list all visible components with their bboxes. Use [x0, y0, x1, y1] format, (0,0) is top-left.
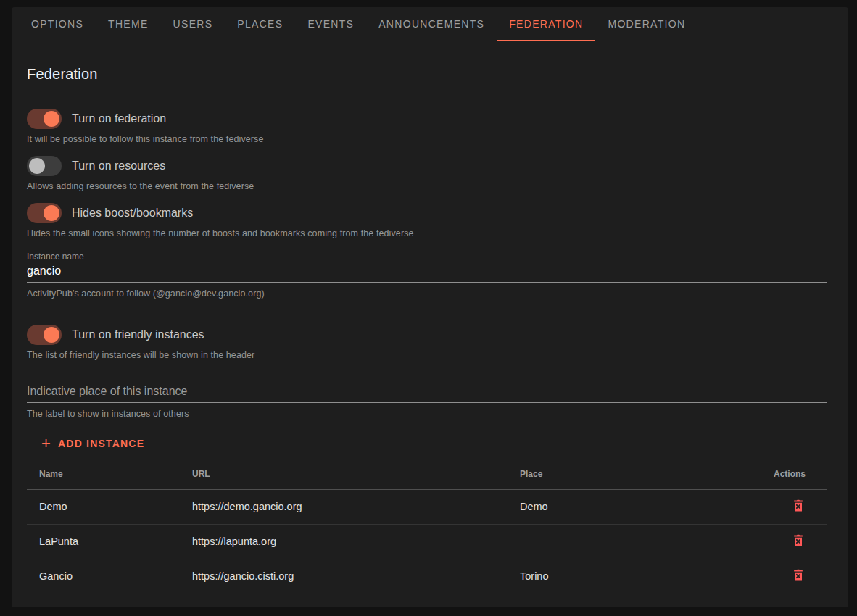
instance-place-field-group: The label to show in instances of others: [27, 383, 827, 419]
cell-name: Demo: [27, 489, 192, 524]
column-header-url: URL: [192, 459, 520, 489]
toggle-thumb: [29, 158, 45, 174]
federation-settings-panel: Federation Turn on federation It will be…: [12, 66, 848, 594]
setting-label: Turn on resources: [72, 159, 165, 172]
cell-name: Gancio: [27, 559, 192, 594]
tab-users[interactable]: USERS: [161, 7, 225, 41]
tab-federation[interactable]: FEDERATION: [497, 7, 595, 41]
add-instance-button[interactable]: + ADD INSTANCE: [41, 438, 144, 449]
instance-name-hint: ActivityPub's account to follow (@gancio…: [27, 288, 827, 299]
setting-hint: Allows adding resources to the event fro…: [27, 181, 827, 191]
cell-place: [520, 524, 759, 559]
toggle-thumb: [44, 327, 59, 343]
tab-label: FEDERATION: [509, 18, 583, 30]
friendly-instances-table: Name URL Place Actions Demo https://demo…: [27, 459, 827, 594]
tab-places[interactable]: PLACES: [225, 7, 295, 41]
hide-boosts-toggle[interactable]: [27, 203, 62, 223]
column-header-actions: Actions: [759, 459, 827, 489]
column-header-place: Place: [520, 459, 759, 489]
trash-icon: [791, 499, 806, 513]
tab-announcements[interactable]: ANNOUNCEMENTS: [366, 7, 497, 41]
tab-label: MODERATION: [608, 18, 685, 30]
instance-name-input[interactable]: [27, 263, 827, 283]
page-title: Federation: [27, 66, 827, 83]
setting-friendly-instances: Turn on friendly instances The list of f…: [27, 325, 827, 360]
add-instance-label: ADD INSTANCE: [58, 438, 144, 449]
cell-name: LaPunta: [27, 524, 192, 559]
tab-label: EVENTS: [307, 18, 354, 30]
trash-icon: [791, 568, 806, 583]
plus-icon: +: [41, 438, 51, 449]
tab-events[interactable]: EVENTS: [295, 7, 366, 41]
instance-name-label: Instance name: [27, 251, 827, 262]
tab-label: PLACES: [237, 18, 283, 30]
toggle-thumb: [44, 205, 59, 221]
cell-url: https://gancio.cisti.org: [192, 559, 520, 594]
setting-hint: It will be possible to follow this insta…: [27, 134, 827, 144]
tab-options[interactable]: OPTIONS: [19, 7, 96, 41]
resources-toggle[interactable]: [27, 156, 62, 176]
cell-place: Torino: [520, 559, 759, 594]
table-row: LaPunta https://lapunta.org: [27, 524, 827, 559]
setting-hint: The list of friendly instances will be s…: [27, 350, 827, 360]
tab-theme[interactable]: THEME: [96, 7, 161, 41]
federation-toggle[interactable]: [27, 109, 62, 129]
delete-instance-button[interactable]: [791, 568, 806, 583]
admin-tabbar: OPTIONS THEME USERS PLACES EVENTS ANNOUN…: [12, 7, 848, 41]
table-header-row: Name URL Place Actions: [27, 459, 827, 489]
cell-url: https://demo.gancio.org: [192, 489, 520, 524]
column-header-name: Name: [27, 459, 192, 489]
tab-label: THEME: [108, 18, 149, 30]
setting-federation: Turn on federation It will be possible t…: [27, 109, 827, 144]
setting-resources: Turn on resources Allows adding resource…: [27, 156, 827, 191]
instance-place-input[interactable]: [27, 383, 827, 403]
tab-moderation[interactable]: MODERATION: [595, 7, 697, 41]
cell-url: https://lapunta.org: [192, 524, 520, 559]
friendly-instances-toggle[interactable]: [27, 325, 62, 345]
instance-name-field-group: Instance name ActivityPub's account to f…: [27, 251, 827, 299]
admin-settings-card: OPTIONS THEME USERS PLACES EVENTS ANNOUN…: [12, 7, 848, 607]
setting-hide-boosts: Hides boost/bookmarks Hides the small ic…: [27, 203, 827, 238]
setting-hint: Hides the small icons showing the number…: [27, 228, 827, 238]
setting-label: Hides boost/bookmarks: [72, 207, 193, 220]
setting-label: Turn on friendly instances: [72, 328, 204, 341]
delete-instance-button[interactable]: [791, 533, 806, 548]
tab-label: OPTIONS: [31, 18, 83, 30]
table-row: Demo https://demo.gancio.org Demo: [27, 489, 827, 524]
cell-place: Demo: [520, 489, 759, 524]
delete-instance-button[interactable]: [791, 499, 806, 513]
table-row: Gancio https://gancio.cisti.org Torino: [27, 559, 827, 594]
tab-label: ANNOUNCEMENTS: [378, 18, 484, 30]
setting-label: Turn on federation: [72, 112, 166, 125]
tab-label: USERS: [173, 18, 213, 30]
toggle-thumb: [44, 111, 59, 127]
trash-icon: [791, 533, 806, 548]
instance-place-hint: The label to show in instances of others: [27, 409, 827, 419]
